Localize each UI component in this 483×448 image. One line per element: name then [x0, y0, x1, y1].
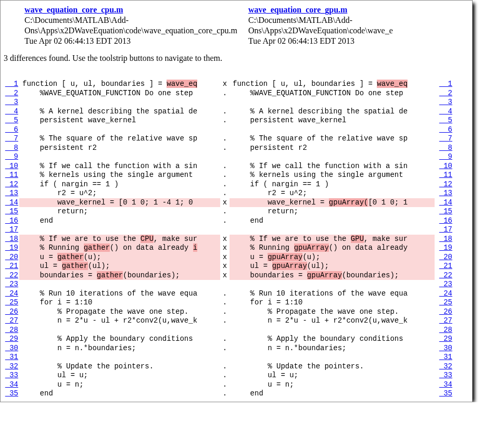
line-number-right[interactable]: 8 — [435, 144, 453, 153]
code-right: % If we are to use the GPU, make sur — [230, 235, 435, 244]
diff-marker: . — [220, 180, 230, 189]
line-number-right[interactable]: 17 — [435, 225, 453, 235]
line-number-right[interactable]: 27 — [435, 316, 453, 326]
code-right: n = 2*u - ul + r2*conv2(u,wave_k — [230, 316, 435, 326]
code-right — [230, 353, 435, 362]
line-number-left[interactable]: 30 — [1, 344, 19, 353]
line-number-left[interactable]: 5 — [1, 116, 19, 125]
code-left: wave_kernel = [0 1 0; 1 -4 1; 0 — [19, 198, 220, 208]
code-right — [230, 125, 435, 135]
line-number-right[interactable]: 18 — [435, 235, 453, 244]
line-number-left[interactable]: 33 — [1, 371, 19, 380]
line-number-left[interactable]: 21 — [1, 262, 19, 271]
line-number-right[interactable]: 33 — [435, 371, 453, 380]
right-file-link[interactable]: wave_equation_core_gpu.m — [248, 5, 347, 14]
line-number-right[interactable]: 21 — [435, 262, 453, 271]
code-right — [230, 225, 435, 235]
line-number-left[interactable]: 4 — [1, 107, 19, 117]
diff-marker — [220, 125, 230, 135]
file-headers: wave_equation_core_cpu.m C:\Documents\MA… — [1, 2, 472, 46]
diff-marker: x — [220, 253, 230, 262]
diff-marker: . — [220, 308, 230, 317]
line-number-right[interactable]: 6 — [435, 125, 453, 135]
code-left: u = n; — [19, 380, 220, 390]
line-number-right[interactable]: 10 — [435, 162, 453, 171]
code-left: ul = u; — [19, 371, 220, 380]
code-left — [19, 152, 220, 162]
line-number-left[interactable]: 19 — [1, 244, 19, 253]
line-number-left[interactable]: 2 — [1, 89, 19, 98]
line-number-left[interactable]: 3 — [1, 98, 19, 107]
line-number-left[interactable]: 15 — [1, 207, 19, 216]
line-number-right[interactable]: 34 — [435, 380, 453, 390]
diff-marker: . — [220, 289, 230, 299]
line-number-left[interactable]: 25 — [1, 298, 19, 308]
line-number-left[interactable]: 6 — [1, 125, 19, 135]
code-right: wave_kernel = gpuArray([0 1 0; 1 — [230, 198, 435, 208]
line-number-right[interactable]: 30 — [435, 344, 453, 353]
line-number-left[interactable]: 27 — [1, 316, 19, 326]
line-number-left[interactable]: 11 — [1, 171, 19, 180]
line-number-right[interactable]: 5 — [435, 116, 453, 125]
line-number-right[interactable]: 7 — [435, 134, 453, 144]
line-number-left[interactable]: 29 — [1, 335, 19, 344]
line-number-right[interactable]: 23 — [435, 280, 453, 289]
line-number-left[interactable]: 1 — [1, 80, 19, 89]
line-number-right[interactable]: 26 — [435, 308, 453, 317]
code-right: % Running gpuArray() on data already — [230, 244, 435, 253]
line-number-left[interactable]: 8 — [1, 144, 19, 153]
code-left — [19, 353, 220, 362]
line-number-right[interactable]: 29 — [435, 335, 453, 344]
line-number-left[interactable]: 31 — [1, 353, 19, 362]
line-number-left[interactable]: 14 — [1, 198, 19, 208]
line-number-right[interactable]: 32 — [435, 362, 453, 372]
line-number-right[interactable]: 25 — [435, 298, 453, 308]
line-number-left[interactable]: 34 — [1, 380, 19, 390]
line-number-right[interactable]: 2 — [435, 89, 453, 98]
code-right: r2 = u^2; — [230, 189, 435, 198]
line-number-left[interactable]: 10 — [1, 162, 19, 171]
left-file-link[interactable]: wave_equation_core_cpu.m — [24, 5, 123, 14]
line-number-left[interactable]: 35 — [1, 389, 19, 399]
line-number-left[interactable]: 13 — [1, 189, 19, 198]
line-number-right[interactable]: 11 — [435, 171, 453, 180]
line-number-right[interactable]: 31 — [435, 353, 453, 362]
code-left: for i = 1:10 — [19, 298, 220, 308]
line-number-left[interactable]: 24 — [1, 289, 19, 299]
line-number-right[interactable]: 1 — [435, 80, 453, 89]
line-number-right[interactable]: 35 — [435, 389, 453, 399]
line-number-right[interactable]: 24 — [435, 289, 453, 299]
line-number-left[interactable]: 7 — [1, 134, 19, 144]
line-number-right[interactable]: 16 — [435, 216, 453, 226]
line-number-right[interactable]: 19 — [435, 244, 453, 253]
line-number-left[interactable]: 28 — [1, 326, 19, 335]
line-number-left[interactable]: 32 — [1, 362, 19, 372]
line-number-right[interactable]: 14 — [435, 198, 453, 208]
code-left: % Apply the boundary conditions — [19, 335, 220, 344]
line-number-right[interactable]: 3 — [435, 98, 453, 107]
line-number-left[interactable]: 26 — [1, 308, 19, 317]
line-number-left[interactable]: 20 — [1, 253, 19, 262]
code-right: persistent r2 — [230, 144, 435, 153]
line-number-left[interactable]: 22 — [1, 271, 19, 280]
code-left — [19, 280, 220, 289]
line-number-right[interactable]: 12 — [435, 180, 453, 189]
line-number-right[interactable]: 4 — [435, 107, 453, 117]
line-number-left[interactable]: 12 — [1, 180, 19, 189]
line-number-right[interactable]: 28 — [435, 326, 453, 335]
line-number-right[interactable]: 9 — [435, 152, 453, 162]
line-number-right[interactable]: 22 — [435, 271, 453, 280]
diff-marker: . — [220, 380, 230, 390]
diff-marker: . — [220, 316, 230, 326]
line-number-left[interactable]: 23 — [1, 280, 19, 289]
code-left: % A kernel describing the spatial de — [19, 107, 220, 117]
line-number-left[interactable]: 17 — [1, 225, 19, 235]
diff-marker: . — [220, 134, 230, 144]
line-number-right[interactable]: 13 — [435, 189, 453, 198]
right-file-date: Tue Apr 02 06:44:13 EDT 2013 — [248, 36, 354, 45]
line-number-left[interactable]: 9 — [1, 152, 19, 162]
line-number-left[interactable]: 18 — [1, 235, 19, 244]
line-number-right[interactable]: 15 — [435, 207, 453, 216]
line-number-right[interactable]: 20 — [435, 253, 453, 262]
line-number-left[interactable]: 16 — [1, 216, 19, 226]
